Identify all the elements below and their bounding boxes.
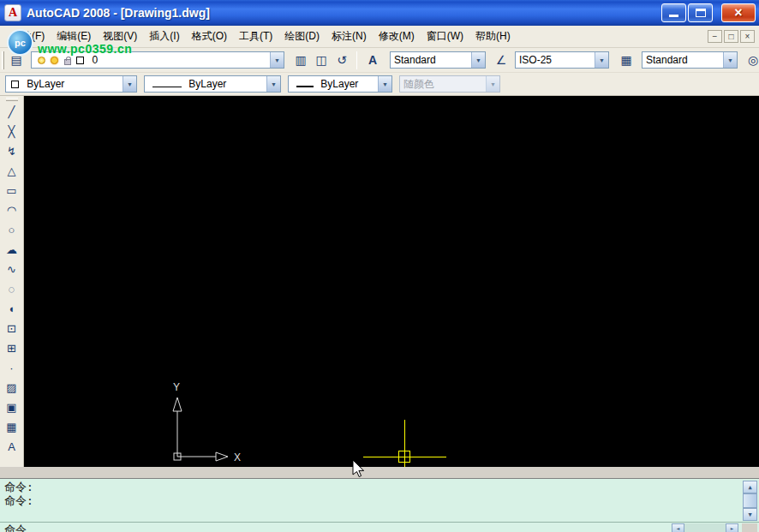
lineweight-combo[interactable]: ByLayer ▼ [288,75,392,93]
color-combo-dropdown-arrow[interactable]: ▼ [123,76,136,92]
menu-item-modify[interactable]: 修改(M) [373,26,421,47]
linetype-combo[interactable]: ByLayer ▼ [144,75,281,93]
maximize-button[interactable] [688,3,713,22]
polygon-icon: △ [8,164,16,177]
draw-tool-region[interactable]: ▣ [3,398,21,416]
command-horizontal-scrollbar[interactable]: ◄ ► [672,523,738,532]
layer-combo-dropdown-arrow[interactable]: ▼ [270,52,284,68]
draw-tool-circle[interactable]: ○ [3,221,21,239]
menu-item-window[interactable]: 窗口(W) [421,26,469,47]
arc-icon: ◠ [7,204,16,217]
dim-style-combo[interactable]: ISO-25 ▼ [515,51,609,69]
minimize-button[interactable] [661,3,686,22]
draw-tool-hatch[interactable]: ▨ [3,379,21,397]
draw-tool-arc[interactable]: ◠ [3,201,21,219]
autocad-window: A AutoCAD 2008 - [Drawing1.dwg] × 文件(F) … [0,0,759,532]
layer-manager-button[interactable]: ▥ [291,51,310,69]
command-window-splitter[interactable] [0,467,759,478]
draw-tool-revision-cloud[interactable]: ☁ [3,241,21,259]
revision-cloud-icon: ☁ [6,243,17,256]
text-style-combo[interactable]: Standard ▼ [390,51,486,69]
watermark-logo-text: pc [15,38,26,48]
menu-item-draw[interactable]: 绘图(D) [278,26,326,47]
command-vertical-scrollbar[interactable]: ▲ ▼ [743,481,757,521]
draw-tool-insert-block[interactable]: ⊡ [3,320,21,338]
linetype-combo-text: ByLayer [188,78,226,90]
draw-tool-point[interactable]: · [3,359,21,377]
menu-item-help[interactable]: 帮助(H) [469,26,517,47]
draw-tool-rectangle[interactable]: ▭ [3,182,21,200]
scroll-up-button[interactable]: ▲ [743,481,757,493]
draw-tool-multiline-text[interactable]: A [3,438,21,456]
mdi-window-controls: − □ × [706,30,755,43]
layer-combo-value: 0 [32,54,270,66]
command-window: 命令: 命令: ▲ ▼ 命令 ◄ ► [0,478,759,532]
menu-item-dimension[interactable]: 标注(N) [326,26,373,47]
watermark-text: www.pc0359.cn [38,42,132,56]
draw-tool-polygon[interactable]: △ [3,162,21,180]
rectangle-icon: ▭ [6,184,16,197]
ucs-icon: Y X [152,379,264,467]
lineweight-combo-dropdown-arrow[interactable]: ▼ [378,76,391,92]
layer-lock-icon [64,59,71,65]
table-style-button[interactable]: ▦ [617,51,636,69]
menu-item-tools[interactable]: 工具(T) [233,26,278,47]
lineweight-combo-value: ByLayer [289,78,378,90]
ellipse-arc-icon: ◖ [9,302,15,315]
linetype-combo-dropdown-arrow[interactable]: ▼ [266,76,280,92]
plotstyle-combo: 随颜色 ▼ [399,75,500,93]
draw-toolbar: ╱ ╳ ↯ △ ▭ ◠ ○ ☁ ∿ ◌ ◖ ⊡ ⊞ · ▨ ▣ ▦ A [0,96,24,467]
command-history-line: 命令: [4,481,738,494]
draw-tool-construction-line[interactable]: ╳ [3,123,21,140]
text-style-combo-dropdown-arrow[interactable]: ▼ [471,52,485,68]
color-combo[interactable]: ByLayer ▼ [5,75,137,93]
minimize-icon [669,15,678,17]
linetype-sample [152,87,182,87]
mdi-minimize-button[interactable]: − [708,30,722,43]
table-style-combo-value: Standard [642,54,723,66]
mdi-close-button[interactable]: × [740,30,755,43]
draw-toolbar-grip[interactable] [6,98,18,101]
text-style-button[interactable]: A [363,51,382,69]
scroll-down-button[interactable]: ▼ [743,508,757,521]
command-input-line[interactable]: 命令 ◄ ► [0,522,759,532]
app-icon-letter: A [9,6,17,20]
region-icon: ▣ [6,401,16,414]
titlebar[interactable]: A AutoCAD 2008 - [Drawing1.dwg] × [0,0,759,26]
dim-style-combo-value: ISO-25 [516,54,595,66]
table-style-combo[interactable]: Standard ▼ [642,51,738,69]
menu-item-insert[interactable]: 插入(I) [143,26,185,47]
layer-previous-button[interactable]: ↺ [332,51,351,69]
current-color-swatch [11,81,19,88]
dim-style-combo-dropdown-arrow[interactable]: ▼ [595,52,608,68]
command-history-line: 命令: [4,494,738,508]
draw-tool-line[interactable]: ╱ [3,103,21,121]
scrollbar-thumb[interactable] [743,493,757,508]
maximize-icon [696,9,706,17]
toolbar-grip[interactable] [2,51,4,69]
draw-tool-table[interactable]: ▦ [3,418,21,436]
draw-tool-ellipse[interactable]: ◌ [3,280,21,298]
crosshair-pickbox [398,451,410,463]
draw-tool-make-block[interactable]: ⊞ [3,339,21,357]
dim-style-button[interactable]: ∠ [492,51,511,69]
draw-tool-ellipse-arc[interactable]: ◖ [3,300,21,318]
draw-tool-polyline[interactable]: ↯ [3,142,21,160]
close-button[interactable]: × [721,3,756,22]
drawing-canvas[interactable]: Y X [24,96,759,467]
mdi-restore-button[interactable]: □ [724,30,738,43]
table-style-combo-dropdown-arrow[interactable]: ▼ [723,52,737,68]
linetype-combo-value: ByLayer [145,78,266,90]
menu-item-format[interactable]: 格式(O) [186,26,233,47]
plotstyle-combo-dropdown-arrow: ▼ [486,76,499,92]
scroll-left-button[interactable]: ◄ [672,523,684,532]
toolbar-overflow-button[interactable]: ◎ [744,51,759,69]
draw-tool-spline[interactable]: ∿ [3,260,21,278]
layer-previous-icon: ↺ [337,53,347,67]
horizontal-scroll-track[interactable] [684,523,726,532]
command-history[interactable]: 命令: 命令: [4,481,738,520]
point-icon: · [9,362,13,374]
layer-states-button[interactable]: ◫ [312,51,331,69]
ucs-x-label: X [234,451,241,463]
scroll-right-button[interactable]: ► [726,523,738,532]
